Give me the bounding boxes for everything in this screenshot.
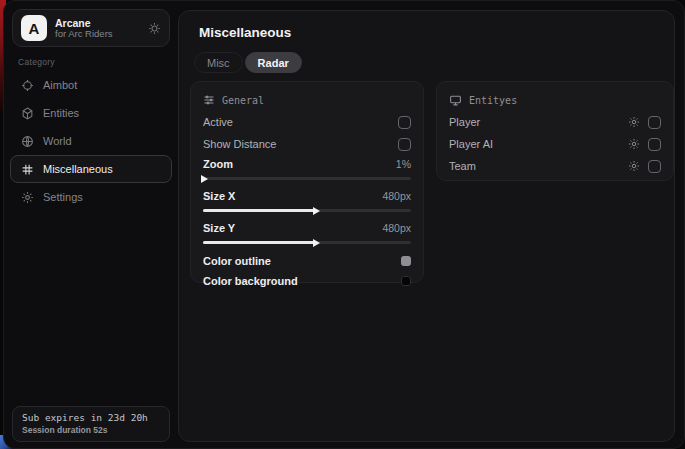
sidebar-item-aimbot[interactable]: Aimbot (10, 71, 172, 99)
player-ai-label: Player AI (449, 138, 628, 150)
color-background-row: Color background (203, 271, 411, 291)
profile-card[interactable]: A Arcane for Arc Riders (12, 9, 170, 47)
team-checkbox[interactable] (648, 160, 661, 173)
size-x-row: Size X 480px (203, 187, 411, 205)
size-x-slider[interactable] (203, 205, 411, 216)
gear-icon[interactable] (628, 138, 640, 150)
size-x-slider-fill (203, 209, 315, 212)
monitor-icon (449, 94, 462, 107)
show-distance-label: Show Distance (203, 138, 398, 150)
general-panel-title: General (222, 95, 264, 106)
entities-panel-header: Entityes (449, 89, 661, 111)
sub-expiry-text: Sub expires in 23d 20h (22, 412, 160, 423)
active-label: Active (203, 116, 398, 128)
sidebar-item-miscellaneous[interactable]: Miscellaneous (10, 155, 172, 183)
sidebar-item-settings[interactable]: Settings (10, 183, 172, 211)
size-x-slider-track (203, 209, 411, 212)
app-logo: A (21, 15, 47, 41)
team-label: Team (449, 160, 628, 172)
page-title: Miscellaneous (199, 25, 291, 40)
crosshair-icon (21, 79, 34, 92)
sliders-icon (203, 94, 215, 106)
color-background-swatch[interactable] (401, 276, 411, 286)
zoom-label: Zoom (203, 158, 396, 170)
size-x-slider-thumb[interactable] (313, 207, 320, 215)
player-ai-checkbox[interactable] (648, 138, 661, 151)
zoom-slider-thumb[interactable] (201, 175, 208, 183)
zoom-row: Zoom 1% (203, 155, 411, 173)
size-y-row: Size Y 480px (203, 219, 411, 237)
category-label: Category (18, 57, 55, 67)
gear-icon[interactable] (628, 116, 640, 128)
sidebar-item-label: Entities (43, 107, 79, 119)
profile-text: Arcane for Arc Riders (55, 17, 148, 40)
size-y-label: Size Y (203, 222, 382, 234)
size-y-value: 480px (382, 222, 411, 234)
sidebar-item-label: Settings (43, 191, 83, 203)
size-x-label: Size X (203, 190, 382, 202)
player-ai-row: Player AI (449, 133, 661, 155)
sidebar: A Arcane for Arc Riders Category (4, 1, 177, 448)
size-y-slider[interactable] (203, 237, 411, 248)
app-name: Arcane (55, 17, 148, 29)
general-panel: General Active Show Distance Zoom 1% (190, 81, 424, 283)
general-panel-header: General (203, 89, 411, 111)
session-duration-text: Session duration 52s (22, 425, 160, 435)
sidebar-item-label: Miscellaneous (43, 163, 113, 175)
app-subtitle: for Arc Riders (55, 29, 148, 40)
size-x-value: 480px (382, 190, 411, 202)
show-distance-row: Show Distance (203, 133, 411, 155)
gear-icon[interactable] (628, 160, 640, 172)
main-panel: Miscellaneous Misc Radar General Active (178, 10, 675, 442)
active-row: Active (203, 111, 411, 133)
gear-icon (21, 191, 34, 204)
player-label: Player (449, 116, 628, 128)
app-window: A Arcane for Arc Riders Category (3, 0, 685, 449)
zoom-slider-track (203, 177, 411, 180)
entities-panel: Entityes Player Player AI (436, 81, 674, 181)
active-checkbox[interactable] (398, 116, 411, 129)
tab-bar: Misc Radar (194, 52, 302, 73)
player-checkbox[interactable] (648, 116, 661, 129)
sidebar-nav: Aimbot Entities World (10, 71, 172, 211)
team-row: Team (449, 155, 661, 177)
subscription-info-box: Sub expires in 23d 20h Session duration … (12, 406, 170, 442)
globe-icon (21, 135, 34, 148)
color-outline-label: Color outline (203, 255, 401, 267)
sidebar-item-label: World (43, 135, 72, 147)
color-outline-row: Color outline (203, 251, 411, 271)
size-y-slider-fill (203, 241, 315, 244)
player-row: Player (449, 111, 661, 133)
tab-radar[interactable]: Radar (245, 52, 302, 73)
size-y-slider-track (203, 241, 411, 244)
size-y-slider-thumb[interactable] (313, 239, 320, 247)
tab-misc[interactable]: Misc (194, 52, 243, 73)
gear-icon[interactable] (148, 22, 161, 35)
entities-panel-title: Entityes (469, 95, 517, 106)
sidebar-item-entities[interactable]: Entities (10, 99, 172, 127)
show-distance-checkbox[interactable] (398, 138, 411, 151)
zoom-slider[interactable] (203, 173, 411, 184)
sidebar-item-label: Aimbot (43, 79, 77, 91)
entities-icon (21, 107, 34, 120)
color-background-label: Color background (203, 275, 401, 287)
color-outline-swatch[interactable] (401, 256, 411, 266)
grid-icon (21, 163, 34, 176)
sidebar-item-world[interactable]: World (10, 127, 172, 155)
zoom-value: 1% (396, 158, 411, 170)
